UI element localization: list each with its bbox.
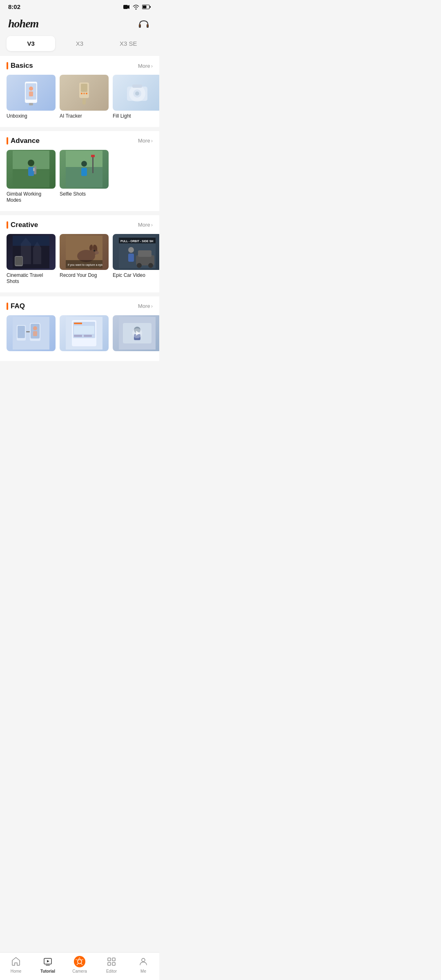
svg-text:hohem: hohem	[8, 17, 39, 30]
tab-x3se[interactable]: X3 SE	[104, 36, 153, 51]
svg-point-55	[95, 251, 99, 254]
cinematic-travel-thumb-svg	[13, 236, 49, 268]
fill-light-thumb-svg	[121, 76, 154, 109]
section-faq-title: FAQ	[7, 302, 25, 310]
card-selfie-shots-label: Selfie Shots	[60, 191, 109, 198]
record-dog-thumb-svg: if you want to capture a epic video...	[66, 236, 102, 268]
advance-more-chevron: ›	[151, 138, 153, 144]
headset-button[interactable]	[136, 17, 151, 32]
faq3-thumb-svg	[119, 317, 156, 350]
card-fill-light[interactable]: Fill Light	[113, 75, 159, 120]
svg-rect-72	[26, 331, 30, 332]
basics-more-button[interactable]: More ›	[138, 63, 153, 69]
headset-icon	[138, 19, 150, 30]
battery-icon	[142, 4, 151, 9]
svg-rect-38	[81, 168, 87, 176]
unboxing-thumb-svg	[17, 78, 45, 107]
product-tab-bar: V3 X3 X3 SE	[0, 36, 159, 51]
svg-text:if you want to capture a epic : if you want to capture a epic video...	[68, 263, 102, 267]
svg-point-59	[128, 247, 134, 253]
section-basics-title: Basics	[7, 62, 33, 70]
section-creative: Creative More ›	[0, 215, 159, 292]
card-faq1[interactable]	[7, 315, 56, 354]
svg-rect-4	[143, 5, 147, 8]
svg-rect-28	[132, 85, 142, 88]
section-advance: Advance More ›	[0, 131, 159, 211]
card-record-dog-label: Record Your Dog	[60, 272, 109, 279]
card-cinematic-travel-thumb	[7, 234, 56, 270]
selfie-shots-thumb-svg	[66, 151, 102, 187]
creative-more-label: More	[138, 222, 150, 228]
svg-point-9	[140, 24, 140, 25]
status-icons	[123, 4, 151, 10]
card-unboxing-thumb	[7, 75, 56, 111]
card-fill-light-thumb	[113, 75, 159, 111]
svg-point-2	[136, 8, 137, 9]
advance-cards-row: Gimbal Working Modes Selfie Shots	[0, 150, 159, 204]
svg-rect-44	[33, 248, 41, 264]
card-selfie-shots-thumb	[60, 150, 109, 189]
svg-rect-23	[82, 98, 86, 105]
card-ai-tracker-thumb	[60, 75, 109, 111]
faq-cards-row	[0, 315, 159, 354]
card-selfie-shots[interactable]: Selfie Shots	[60, 150, 109, 204]
svg-rect-39	[92, 155, 94, 173]
card-faq3-thumb	[113, 315, 159, 351]
svg-rect-5	[150, 6, 151, 8]
card-unboxing[interactable]: Unboxing	[7, 75, 56, 120]
app-header: hohem	[0, 12, 159, 36]
svg-rect-40	[91, 155, 95, 157]
card-gimbal-modes[interactable]: Gimbal Working Modes	[7, 150, 56, 204]
card-epic-car-label: Epic Car Video	[113, 272, 159, 279]
svg-rect-78	[74, 323, 82, 324]
creative-more-chevron: ›	[151, 222, 153, 228]
basics-cards-row: Unboxing AI Tracker	[0, 75, 159, 120]
svg-point-54	[94, 250, 95, 252]
faq-more-chevron: ›	[151, 303, 153, 309]
creative-cards-row: Cinematic Travel Shots	[0, 234, 159, 285]
card-faq2[interactable]	[60, 315, 109, 354]
creative-more-button[interactable]: More ›	[138, 222, 153, 228]
svg-point-37	[81, 161, 87, 167]
wifi-icon	[132, 4, 140, 10]
basics-more-label: More	[138, 63, 150, 69]
section-advance-header: Advance More ›	[0, 137, 159, 150]
svg-rect-81	[84, 335, 92, 337]
tab-v3[interactable]: V3	[7, 36, 55, 51]
advance-more-button[interactable]: More ›	[138, 138, 153, 144]
card-faq2-thumb	[60, 315, 109, 351]
svg-point-21	[83, 93, 85, 94]
svg-point-10	[140, 26, 140, 27]
section-basics-header: Basics More ›	[0, 62, 159, 75]
advance-more-label: More	[138, 138, 150, 144]
card-fill-light-label: Fill Light	[113, 113, 159, 120]
section-advance-title: Advance	[7, 137, 40, 145]
card-faq1-thumb	[7, 315, 56, 351]
svg-rect-32	[28, 167, 34, 176]
svg-text:PULL - ORBIT - SIDE SH: PULL - ORBIT - SIDE SH	[120, 240, 153, 243]
svg-rect-47	[15, 257, 22, 265]
svg-rect-62	[138, 250, 151, 257]
card-unboxing-label: Unboxing	[7, 113, 56, 120]
gimbal-modes-thumb-svg	[13, 151, 49, 187]
section-creative-title: Creative	[7, 221, 38, 229]
card-ai-tracker-label: AI Tracker	[60, 113, 109, 120]
card-faq3[interactable]	[113, 315, 159, 354]
svg-rect-17	[29, 91, 33, 96]
app-logo: hohem	[8, 16, 61, 33]
card-cinematic-travel-label: Cinematic Travel Shots	[7, 272, 56, 285]
status-time: 8:02	[8, 3, 20, 10]
svg-marker-1	[128, 5, 129, 9]
svg-rect-69	[18, 326, 25, 338]
svg-point-16	[29, 87, 33, 91]
status-bar: 8:02	[0, 0, 159, 12]
recording-icon	[123, 4, 130, 10]
card-ai-tracker[interactable]: AI Tracker	[60, 75, 109, 120]
card-cinematic-travel[interactable]: Cinematic Travel Shots	[7, 234, 56, 285]
tab-x3[interactable]: X3	[55, 36, 104, 51]
faq-more-button[interactable]: More ›	[138, 303, 153, 309]
faq-more-label: More	[138, 303, 150, 309]
svg-point-11	[147, 24, 148, 25]
card-epic-car[interactable]: PULL - ORBIT - SIDE SH Epic Car Video	[113, 234, 159, 285]
card-record-dog[interactable]: if you want to capture a epic video... R…	[60, 234, 109, 285]
